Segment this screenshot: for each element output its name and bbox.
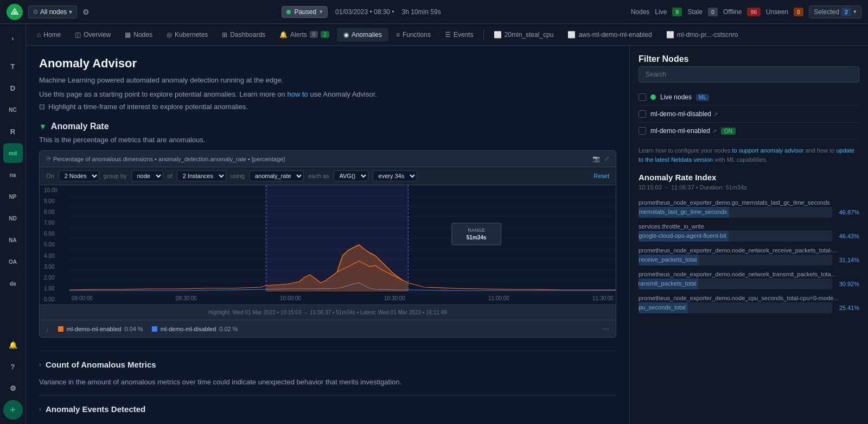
- nodes-select[interactable]: 2 Nodes: [59, 170, 99, 181]
- sidebar-item-OA[interactable]: OA: [3, 252, 23, 271]
- settings-button[interactable]: ⚙: [80, 5, 92, 18]
- datetime-display: 01/03/2023 • 08:30 •: [335, 8, 394, 16]
- sidebar-item-md[interactable]: md: [3, 143, 23, 163]
- live-label: Live: [655, 8, 667, 16]
- paused-dropdown[interactable]: Paused ▾: [282, 6, 328, 18]
- sidebar-item-R[interactable]: R: [3, 122, 23, 141]
- svg-point-0: [14, 11, 16, 14]
- tab-anomalies[interactable]: ◉ Anomalies: [337, 28, 388, 42]
- count-section-desc: Variance in the amount of anomalous metr…: [39, 378, 616, 395]
- sidebar-expand[interactable]: ›: [3, 28, 23, 48]
- tab-steal-cpu[interactable]: ⬜ 20min_steal_cpu: [487, 28, 560, 42]
- avg-select[interactable]: AVG(): [334, 170, 368, 181]
- tab-nodes[interactable]: ▦ Nodes: [118, 28, 159, 42]
- metric-pct-1: 46.87%: [837, 209, 859, 216]
- metric-pct-5: 25.41%: [837, 305, 859, 311]
- metric-item-4: prometheus_node_exporter_demo.node_netwo…: [639, 271, 859, 289]
- sidebar-item-da[interactable]: da: [3, 274, 23, 293]
- chart-plot-area[interactable]: RANGE 51m34s: [69, 185, 616, 292]
- ml-enabled-checkbox[interactable]: [639, 127, 646, 135]
- node-ml-enabled-filter: ml-demo-ml-enabled ↗ ON: [639, 123, 859, 140]
- how-to-link[interactable]: how to: [287, 90, 310, 98]
- chart-snapshot-icon[interactable]: 📷: [592, 155, 600, 162]
- page-description-2: Use this page as a starting point to exp…: [39, 89, 616, 100]
- anomaly-rate-section-header[interactable]: ▼ Anomaly Rate: [39, 122, 616, 131]
- metric-full-name-2: services.throttle_io_write: [639, 223, 859, 230]
- sidebar-item-D[interactable]: D: [3, 78, 23, 98]
- chart-y-axis: 10.00 9.00 8.00 7.00 6.00 5.00 4.00 3.00…: [40, 185, 69, 305]
- live-nodes-filter: Live nodes ML: [639, 89, 859, 106]
- chart-expand-icon[interactable]: ⤢: [604, 155, 609, 162]
- tab-dashboards[interactable]: ⊞ Dashboards: [215, 28, 272, 42]
- window-icon-dmo: ⬜: [666, 31, 674, 39]
- page-title: Anomaly Advisor: [39, 56, 616, 71]
- reset-button[interactable]: Reset: [593, 173, 609, 179]
- metric-item-5: prometheus_node_exporter_demo.node_cpu_s…: [639, 295, 859, 313]
- metric-sub-name-1: go_memstats_last_gc_time_seconds: [639, 208, 729, 215]
- tab-kubernetes[interactable]: ◎ Kubernetes: [160, 28, 214, 42]
- chevron-down-icon: ▼: [39, 122, 47, 131]
- tab-overview[interactable]: ◫ Overview: [68, 28, 117, 42]
- instances-select[interactable]: 2 Instances: [177, 170, 226, 181]
- functions-icon: ≡: [396, 31, 400, 39]
- metric-sub-name-5: node_cpu_seconds_total: [639, 304, 688, 311]
- kubernetes-icon: ◎: [167, 31, 172, 39]
- app-logo: [7, 4, 23, 20]
- sidebar-item-NA[interactable]: NA: [3, 230, 23, 250]
- support-link[interactable]: to support anomaly advisor: [732, 147, 803, 154]
- tab-home[interactable]: ⌂ Home: [30, 28, 67, 42]
- ml-enabled-link[interactable]: ml-demo-ml-enabled ↗: [650, 127, 717, 135]
- group-by-label: group by: [104, 173, 127, 179]
- external-link-icon-enabled: ↗: [712, 128, 717, 134]
- sidebar-item-NC[interactable]: NC: [3, 100, 23, 119]
- chevron-right-icon-events: ›: [39, 406, 41, 413]
- metric-bar-fill-3: node_network_receive_packets_total: [639, 255, 699, 265]
- legend-color-ml-disabled: [152, 326, 157, 332]
- anomaly-index-time: 10:15:03 → 11:06:37 • Duration: 51m34s: [639, 184, 859, 191]
- live-nodes-checkbox[interactable]: [639, 93, 646, 101]
- tab-events[interactable]: ☰ Events: [438, 28, 480, 42]
- metric-sub-name-4: node_network_transmit_packets_total: [639, 280, 698, 287]
- of-label: of: [168, 173, 173, 179]
- tab-ml-enabled[interactable]: ⬜ aws-ml-demo-ml-enabled: [561, 28, 658, 42]
- tab-alerts[interactable]: 🔔 Alerts 0 2: [273, 28, 336, 42]
- unseen-label: Unseen: [766, 8, 788, 16]
- notifications-icon[interactable]: 🔔: [3, 335, 23, 355]
- stale-label: Stale: [687, 8, 702, 16]
- legend-item-ml-enabled: ml-demo-ml-enabled 0.04 %: [58, 326, 143, 332]
- sidebar-item-ND[interactable]: ND: [3, 208, 23, 228]
- external-link-icon-disabled: ↗: [713, 111, 718, 117]
- ml-disabled-checkbox[interactable]: [639, 110, 646, 118]
- group-by-select[interactable]: node: [131, 170, 163, 181]
- sidebar-item-T[interactable]: T: [3, 56, 23, 76]
- anomaly-events-section[interactable]: › Anomaly Events Detected: [39, 395, 616, 422]
- metric-bar-fill-5: node_cpu_seconds_total: [639, 302, 688, 313]
- ml-badge: ML: [696, 94, 709, 101]
- ml-disabled-link[interactable]: ml-demo-ml-disabled ↗: [650, 110, 718, 118]
- selected-dropdown[interactable]: Selected 2 ▾: [809, 5, 861, 18]
- anomalies-icon: ◉: [343, 31, 349, 39]
- chart-more-options[interactable]: ⋯: [602, 325, 609, 333]
- sidebar-item-na[interactable]: na: [3, 165, 23, 185]
- sidebar-item-NP[interactable]: NP: [3, 187, 23, 206]
- using-select[interactable]: anomaly_rate: [249, 170, 304, 181]
- help-icon[interactable]: ?: [3, 357, 23, 376]
- count-anomalous-section[interactable]: › Count of Anomalous Metrics: [39, 351, 616, 378]
- on-label: On: [46, 173, 54, 179]
- user-settings-icon[interactable]: ⚙: [3, 378, 23, 398]
- offline-count-badge: 96: [747, 8, 760, 16]
- tab-functions[interactable]: ≡ Functions: [390, 28, 437, 42]
- count-section-title: Count of Anomalous Metrics: [46, 360, 156, 369]
- metric-bar-bg-3: node_network_receive_packets_total: [639, 255, 832, 265]
- anomaly-rate-desc: This is the percentage of metrics that a…: [39, 136, 616, 144]
- metric-item-3: prometheus_node_exporter_demo.node_netwo…: [639, 247, 859, 265]
- tab-dmo-cst[interactable]: ⬜ ml-dmo-pr...-cstscnro: [660, 28, 745, 42]
- all-nodes-dropdown[interactable]: ⊙ All nodes ▾: [28, 5, 77, 18]
- filter-search-input[interactable]: [639, 66, 859, 83]
- live-nodes-label: Live nodes: [660, 93, 692, 101]
- chart-legend: ↓ ml-demo-ml-enabled 0.04 % ml-demo-ml-d…: [40, 320, 616, 337]
- interval-select[interactable]: every 34s: [373, 170, 417, 181]
- svg-rect-16: [452, 223, 501, 245]
- highlight-hint: ⊡ Highlight a time-frame of interest to …: [39, 103, 616, 111]
- add-space-button[interactable]: +: [3, 400, 23, 420]
